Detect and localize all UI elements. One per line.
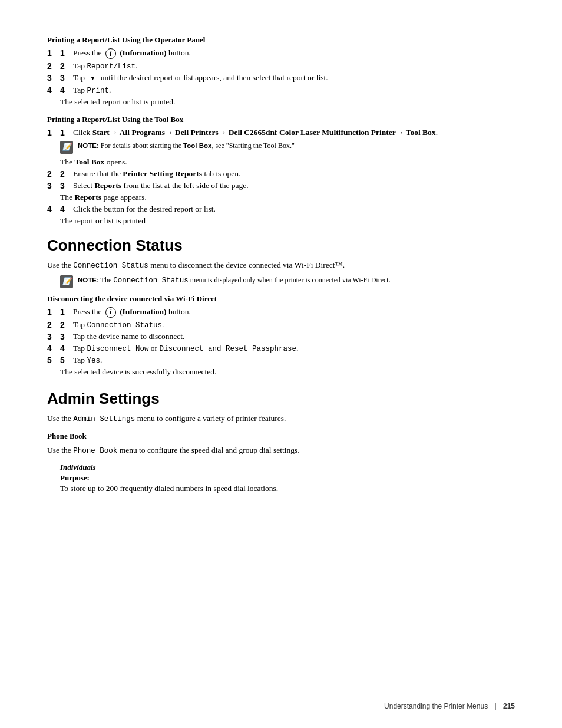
- wifi-step-4-content: Tap Disconnect Now or Disconnect and Res…: [73, 344, 515, 353]
- information-bold-1: (Information): [120, 48, 167, 57]
- phone-book-section: Phone Book Use the Phone Book menu to co…: [47, 431, 515, 495]
- step-4-toolbox-sub: The report or list is printed: [60, 216, 515, 226]
- individuals-heading: Individuals: [60, 463, 515, 472]
- step-1-toolbox-content: Click Start→ All Programs→ Dell Printers…: [73, 128, 515, 137]
- wifi-step-1-content: Press the i (Information) button.: [73, 307, 515, 318]
- step-2-content: Tap Report/List.: [73, 61, 515, 71]
- individuals-section: Individuals Purpose: To store up to 200 …: [60, 463, 515, 495]
- wifi-step-4: 4 Tap Disconnect Now or Disconnect and R…: [47, 344, 515, 353]
- note-icon-2: 📝: [60, 275, 73, 288]
- page-footer: Understanding the Printer Menus | 215: [384, 702, 515, 710]
- wifi-last-sub: The selected device is successfully disc…: [60, 367, 515, 377]
- down-arrow-icon: ▼: [88, 74, 97, 83]
- step-4-operator: 4 Tap Print.: [47, 85, 515, 95]
- wifi-step-num-2: 2: [60, 320, 73, 330]
- step-2-operator: 2 Tap Report/List.: [47, 61, 515, 71]
- step-number-tb4: 4: [60, 205, 73, 214]
- purpose-label: Purpose:: [60, 473, 515, 483]
- footer-label: Understanding the Printer Menus: [384, 702, 488, 710]
- step-number-tb1: 1: [60, 128, 73, 137]
- step-2-toolbox-content: Ensure that the Printer Setting Reports …: [73, 169, 515, 179]
- tool-box-steps-2: 2 Ensure that the Printer Setting Report…: [47, 169, 515, 190]
- tool-box-heading: Printing a Report/List Using the Tool Bo…: [47, 115, 515, 124]
- step-3-content: Tap ▼ until the desired report or list a…: [73, 73, 515, 83]
- step-3-toolbox-sub: The Reports page appears.: [60, 193, 515, 202]
- step-4-toolbox: 4 Click the button for the desired repor…: [47, 205, 515, 214]
- tool-box-note-bold: Tool Box: [183, 142, 211, 149]
- step-4-toolbox-content: Click the button for the desired report …: [73, 205, 515, 214]
- tool-box-sub-bold: Tool Box: [74, 157, 104, 166]
- step-1-toolbox: 1 Click Start→ All Programs→ Dell Printe…: [47, 128, 515, 137]
- operator-panel-steps: 1 Press the i (Information) button. 2 Ta…: [47, 48, 515, 95]
- disconnecting-wifi-section: Disconnecting the device connected via W…: [47, 294, 515, 377]
- admin-settings-code: Admin Settings: [73, 415, 135, 423]
- connection-status-section: Connection Status Use the Connection Sta…: [47, 236, 515, 377]
- note-text-2: NOTE: The Connection Status menu is disp…: [78, 275, 391, 286]
- wifi-step-5-content: Tap Yes.: [73, 355, 515, 365]
- info-icon-2: i: [105, 307, 116, 318]
- tool-box-steps-3: 4 Click the button for the desired repor…: [47, 205, 515, 214]
- admin-settings-intro: Use the Admin Settings menu to configure…: [47, 413, 515, 425]
- connection-status-code-note: Connection Status: [113, 276, 189, 285]
- note-icon-1: 📝: [60, 141, 73, 154]
- dell-c2665-bold: Dell C2665dnf Color Laser Multifunction …: [229, 128, 396, 137]
- connection-status-title: Connection Status: [47, 236, 515, 255]
- footer-separator: |: [495, 702, 497, 710]
- wifi-step-num-3: 3: [60, 332, 73, 341]
- wifi-steps: 1 Press the i (Information) button. 2 Ta…: [47, 307, 515, 365]
- dell-printers-bold: Dell Printers: [175, 128, 219, 137]
- step-1-operator: 1 Press the i (Information) button.: [47, 48, 515, 59]
- wifi-step-3-content: Tap the device name to disconnect.: [73, 332, 515, 341]
- operator-panel-heading: Printing a Report/List Using the Operato…: [47, 35, 515, 45]
- yes-code: Yes: [87, 357, 100, 365]
- step-4-subtext: The selected report or list is printed.: [60, 97, 515, 107]
- tool-box-bold: Tool Box: [406, 128, 436, 137]
- phone-book-heading: Phone Book: [47, 431, 515, 441]
- step-number-1: 1: [60, 48, 73, 58]
- disconnect-reset-code: Disconnect and Reset Passphrase: [159, 345, 296, 353]
- phone-book-intro: Use the Phone Book menu to configure the…: [47, 444, 515, 457]
- admin-settings-title: Admin Settings: [47, 390, 515, 408]
- wifi-step-2-content: Tap Connection Status.: [73, 320, 515, 330]
- wifi-step-num-4: 4: [60, 344, 73, 353]
- tool-box-steps: 1 Click Start→ All Programs→ Dell Printe…: [47, 128, 515, 137]
- step-number-2: 2: [60, 61, 73, 71]
- step-3-operator: 3 Tap ▼ until the desired report or list…: [47, 73, 515, 83]
- note-text-1: NOTE: For details about starting the Too…: [78, 141, 295, 151]
- reports-bold: Reports: [94, 181, 121, 190]
- connection-status-code-intro: Connection Status: [73, 262, 148, 270]
- section-tool-box: Printing a Report/List Using the Tool Bo…: [47, 115, 515, 226]
- info-icon-1: i: [105, 48, 116, 59]
- print-code: Print: [87, 87, 109, 95]
- step-number-tb2: 2: [60, 169, 73, 179]
- wifi-step-num-5: 5: [60, 355, 73, 365]
- step-1-content: Press the i (Information) button.: [73, 48, 515, 59]
- wifi-step-num-1: 1: [60, 307, 73, 317]
- printer-setting-reports-bold: Printer Setting Reports: [123, 169, 202, 178]
- wifi-step-1: 1 Press the i (Information) button.: [47, 307, 515, 318]
- start-bold: Start: [92, 128, 110, 137]
- footer-page-num: 215: [503, 702, 515, 710]
- step-1-toolbox-sub: The Tool Box opens.: [60, 157, 515, 167]
- purpose-text: To store up to 200 frequently dialed num…: [60, 483, 515, 495]
- connection-status-tap-code: Connection Status: [87, 321, 162, 330]
- step-3-toolbox-content: Select Reports from the list at the left…: [73, 181, 515, 190]
- step-2-toolbox: 2 Ensure that the Printer Setting Report…: [47, 169, 515, 179]
- phone-book-code: Phone Book: [73, 447, 117, 455]
- note-keyword-2: NOTE:: [78, 276, 99, 284]
- reports-page-bold: Reports: [74, 193, 101, 202]
- wifi-step-5: 5 Tap Yes.: [47, 355, 515, 365]
- wifi-step-2: 2 Tap Connection Status.: [47, 320, 515, 330]
- step-4-content: Tap Print.: [73, 85, 515, 95]
- tool-box-note: 📝 NOTE: For details about starting the T…: [60, 141, 515, 154]
- wifi-step-3: 3 Tap the device name to disconnect.: [47, 332, 515, 341]
- section-operator-panel: Printing a Report/List Using the Operato…: [47, 35, 515, 107]
- note-keyword-1: NOTE:: [78, 142, 99, 149]
- disconnecting-wifi-heading: Disconnecting the device connected via W…: [47, 294, 515, 304]
- connection-status-intro: Use the Connection Status menu to discon…: [47, 259, 515, 272]
- disconnect-now-code: Disconnect Now: [87, 345, 148, 353]
- step-number-4: 4: [60, 85, 73, 95]
- step-number-3: 3: [60, 73, 73, 83]
- admin-settings-section: Admin Settings Use the Admin Settings me…: [47, 390, 515, 495]
- step-number-tb3: 3: [60, 181, 73, 190]
